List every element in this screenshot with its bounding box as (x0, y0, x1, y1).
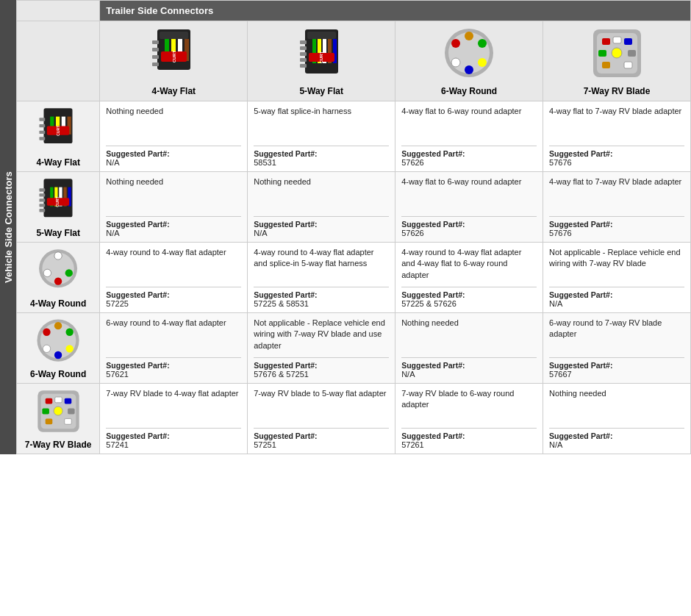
table-row: 4-Way Round 4-way round to 4-way flat ad… (17, 243, 691, 313)
svg-point-40 (612, 48, 622, 58)
svg-point-32 (451, 58, 460, 67)
cell-part: Suggested Part#: 57225 & 57626 (401, 287, 537, 308)
part-number: N/A (106, 158, 241, 167)
svg-point-29 (478, 39, 487, 48)
svg-rect-91 (64, 418, 71, 424)
part-number: N/A (549, 299, 684, 308)
part-label: Suggested Part#: (401, 220, 537, 229)
svg-rect-39 (598, 50, 606, 57)
cell-desc: 4-way round to 4-way flat adapter and sp… (254, 247, 389, 284)
svg-rect-52 (40, 124, 46, 127)
cell-part: Suggested Part#: N/A (549, 428, 684, 449)
svg-rect-90 (45, 418, 52, 424)
part-number: 57626 (401, 158, 537, 167)
cell-part: Suggested Part#: N/A (401, 357, 537, 379)
svg-point-88 (54, 407, 62, 415)
svg-rect-25 (300, 64, 307, 68)
cell-desc: 4-way flat to 7-way RV blade adapter (549, 176, 684, 213)
cell-part: Suggested Part#: N/A (106, 216, 241, 237)
part-number: 57621 (106, 370, 241, 379)
6way-round-label: 6-Way Round (398, 86, 540, 96)
svg-rect-21 (300, 40, 307, 44)
part-number: 58531 (254, 158, 389, 167)
cell-part: Suggested Part#: 57225 (106, 287, 241, 308)
cell-desc: 4-way round to 4-way flat adapter (106, 247, 241, 284)
5way-flat-icon: CURT (298, 26, 346, 81)
7way-rv-label: 7-Way RV Blade (546, 86, 687, 96)
cell-desc: Not applicable - Replace vehicle end wir… (254, 318, 389, 354)
cell-6round-7rv: 6-way round to 7-way RV blade adapter Su… (543, 313, 691, 384)
header-7way-rv: 7-Way RV Blade (543, 21, 691, 101)
connector-table: Trailer Side Connectors (16, 0, 691, 454)
svg-rect-41 (628, 50, 636, 57)
svg-rect-13 (307, 32, 336, 39)
cell-desc: Nothing needed (254, 176, 389, 213)
cell-desc: 7-way RV blade to 5-way flat adapter (254, 388, 389, 425)
svg-rect-22 (300, 46, 307, 50)
part-label: Suggested Part#: (549, 290, 684, 299)
cell-part: Suggested Part#: N/A (549, 287, 684, 308)
svg-rect-64 (40, 193, 46, 196)
part-number: 57626 (401, 229, 537, 237)
svg-point-73 (43, 269, 51, 276)
svg-rect-38 (624, 38, 632, 45)
row-7way-rv-icon (35, 387, 82, 435)
part-label: Suggested Part#: (401, 149, 537, 158)
svg-rect-23 (300, 52, 307, 56)
svg-rect-84 (45, 398, 52, 404)
svg-rect-24 (300, 58, 307, 62)
cell-4round-4flat: 4-way round to 4-way flat adapter Sugges… (100, 243, 248, 313)
svg-point-31 (465, 65, 473, 74)
part-number: N/A (106, 229, 241, 237)
svg-rect-37 (613, 37, 621, 43)
part-number: 57676 & 57251 (254, 370, 389, 379)
svg-point-81 (43, 329, 50, 336)
row-5way-flat-icon: CURT (36, 176, 80, 223)
part-number: 57225 & 58531 (254, 299, 389, 308)
table-row: CURT 5-Way Flat Nothing needed Suggeste (17, 172, 691, 243)
row-label-6way-round: 6-Way Round (17, 313, 100, 384)
cell-desc: 5-way flat splice-in harness (254, 106, 389, 143)
svg-rect-36 (602, 38, 610, 45)
cell-4round-7rv: Not applicable - Replace vehicle end wir… (543, 243, 691, 313)
svg-rect-89 (68, 409, 75, 415)
part-number: N/A (549, 440, 684, 449)
svg-point-30 (478, 58, 487, 67)
cell-part: Suggested Part#: 57676 (549, 216, 684, 237)
cell-4flat-6round: 4-way flat to 6-way round adapter Sugges… (395, 101, 543, 172)
svg-point-28 (465, 32, 473, 40)
part-number: 57225 (106, 299, 241, 308)
cell-4flat-4flat: Nothing needed Suggested Part#: N/A (100, 101, 248, 172)
row-label-7way-rv: 7-Way RV Blade (17, 384, 100, 454)
part-label: Suggested Part#: (549, 220, 684, 229)
svg-rect-10 (152, 55, 159, 59)
part-number: 57676 (549, 158, 684, 167)
svg-text:CURT: CURT (55, 196, 60, 207)
table-row: 6-Way Round 6-way round to 4-way flat ad… (17, 313, 691, 384)
part-label: Suggested Part#: (254, 149, 389, 158)
cell-part: Suggested Part#: 57626 (401, 146, 537, 167)
cell-7rv-6round: 7-way RV blade to 6-way round adapter Su… (395, 384, 543, 454)
row-7way-rv-label: 7-Way RV Blade (20, 440, 96, 450)
row-4way-round-label: 4-Way Round (20, 298, 96, 309)
empty-corner (17, 1, 100, 21)
trailer-side-header: Trailer Side Connectors (100, 1, 691, 21)
svg-rect-1 (160, 32, 188, 39)
svg-rect-53 (40, 131, 46, 134)
cell-5flat-7rv: 4-way flat to 7-way RV blade adapter Sug… (543, 172, 691, 243)
cell-5flat-5flat: Nothing needed Suggested Part#: N/A (248, 172, 395, 243)
row-4way-flat-icon: CURT (36, 105, 80, 153)
5way-flat-label: 5-Way Flat (251, 86, 392, 96)
main-table-wrapper: Trailer Side Connectors (16, 0, 691, 454)
part-number: 57251 (254, 440, 389, 449)
cell-7rv-7rv: Nothing needed Suggested Part#: N/A (543, 384, 691, 454)
connector-images-row: CURT 4-Way Flat (17, 21, 691, 101)
svg-rect-86 (64, 398, 71, 404)
cell-6round-5flat: Not applicable - Replace vehicle end wir… (248, 313, 395, 384)
svg-rect-63 (40, 188, 46, 191)
svg-text:CURT: CURT (56, 125, 60, 136)
cell-desc: 4-way round to 4-way flat adapter and 4-… (401, 247, 537, 284)
part-number: 57261 (401, 440, 537, 449)
part-label: Suggested Part#: (401, 290, 537, 299)
cell-4flat-5flat: 5-way flat splice-in harness Suggested P… (248, 101, 395, 172)
